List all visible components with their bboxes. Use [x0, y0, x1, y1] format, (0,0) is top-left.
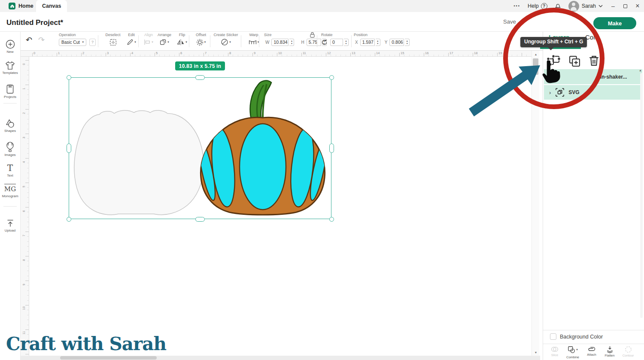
canvas-horizontal-scrollbar[interactable]	[21, 356, 540, 360]
combine-button[interactable]: ▾ Combine	[563, 346, 582, 359]
selection-handle-bottom-left[interactable]	[67, 217, 71, 222]
selection-bounding-box[interactable]	[69, 77, 331, 219]
y-stepper[interactable]: ▲▼	[405, 39, 410, 46]
sidebar-item-projects[interactable]: Projects	[0, 84, 20, 99]
offset-button[interactable]: ▾	[191, 38, 210, 46]
selection-handle-bottom-middle[interactable]	[195, 217, 205, 222]
ruler-number: 6	[22, 208, 26, 212]
tshirt-icon	[5, 61, 15, 70]
overflow-menu-icon[interactable]: •••	[513, 4, 520, 8]
sidebar-item-shapes[interactable]: Shapes	[0, 119, 20, 133]
sidebar-item-monogram[interactable]: MG Monogram	[0, 184, 20, 198]
ruler-number: 3	[107, 51, 109, 55]
arrange-layers-icon	[160, 39, 167, 46]
flatten-button[interactable]: Flatten	[600, 346, 619, 357]
redo-button[interactable]: ↷	[38, 36, 45, 44]
caret-down-icon: ▾	[576, 348, 578, 351]
arrange-button[interactable]: ▾	[155, 38, 173, 46]
caret-down-icon: ▾	[82, 40, 84, 44]
rotate-input[interactable]: 0	[330, 39, 343, 46]
canvas-tab[interactable]: Canvas	[36, 0, 67, 12]
warp-icon	[249, 39, 257, 45]
annotation-red-circle	[503, 8, 605, 109]
slice-button: Slice	[545, 346, 564, 357]
save-button[interactable]: Save	[503, 18, 516, 25]
user-name: Sarah	[582, 3, 596, 9]
selection-handle-right-middle[interactable]	[329, 143, 334, 153]
sidebar-item-templates[interactable]: Templates	[0, 61, 20, 75]
sidebar-item-upload[interactable]: Upload	[0, 219, 20, 232]
selection-handle-top-right[interactable]	[329, 75, 334, 80]
caret-down-icon: ▾	[185, 40, 187, 44]
horizontal-scroll-thumb[interactable]	[60, 356, 157, 360]
width-label: W	[265, 40, 269, 45]
minimize-button[interactable]: –	[610, 3, 616, 9]
rotate-stepper[interactable]: ▲▼	[344, 39, 349, 46]
y-input[interactable]: 0.806	[389, 39, 404, 46]
sidebar-label: New	[0, 50, 20, 54]
panel-scroll-up-arrow[interactable]: ▲	[639, 69, 642, 72]
make-button[interactable]: Make	[593, 17, 636, 29]
lock-icon[interactable]	[310, 32, 315, 38]
sidebar-item-text[interactable]: T Text	[0, 163, 20, 177]
deselect-icon	[109, 39, 117, 46]
action-label: Contour	[619, 354, 638, 357]
y-label: Y	[385, 40, 388, 45]
sidebar-label: Shapes	[0, 129, 20, 133]
selection-handle-top-middle[interactable]	[195, 75, 205, 80]
edit-button[interactable]: ▾	[123, 38, 140, 46]
help-label: Help	[528, 3, 539, 9]
sidebar-label: Text	[0, 174, 20, 177]
undo-button[interactable]: ↶	[26, 36, 32, 44]
ruler-number: 7	[205, 51, 207, 55]
attach-button[interactable]: Attach	[582, 346, 601, 357]
close-button[interactable]: ×	[635, 2, 641, 10]
sidebar-item-new[interactable]: New	[0, 40, 20, 54]
ruler-number: 7	[22, 232, 26, 237]
align-icon	[144, 39, 151, 45]
home-tab[interactable]: Home	[3, 0, 39, 12]
sidebar-item-images[interactable]: Images	[0, 142, 20, 157]
ungroup-tooltip: Ungroup Shift + Ctrl + G	[520, 37, 587, 47]
offset-label: Offset	[191, 33, 210, 37]
height-label: H	[301, 40, 304, 45]
ruler-number: 9	[22, 281, 26, 286]
selection-handle-top-left[interactable]	[67, 75, 71, 80]
offset-icon	[196, 39, 204, 46]
deselect-button[interactable]	[103, 38, 123, 46]
width-stepper[interactable]: ▲▼	[289, 39, 294, 46]
scroll-down-arrow[interactable]: ▼	[532, 349, 540, 356]
panel-scrollbar[interactable]	[640, 73, 643, 318]
upload-icon	[6, 219, 15, 228]
width-input[interactable]: 10.834	[271, 39, 289, 46]
account-menu[interactable]: Sarah	[568, 1, 603, 12]
background-color-checkbox[interactable]	[550, 333, 556, 340]
operation-help-button[interactable]: ?	[89, 39, 96, 46]
monogram-icon: MG	[4, 184, 16, 193]
ruler-number: 9	[254, 51, 255, 55]
selection-handle-left-middle[interactable]	[67, 143, 71, 153]
align-label: Align	[140, 33, 157, 37]
design-canvas[interactable]: 012345678910111213141516171819 012345678…	[21, 51, 540, 360]
height-input[interactable]: 5.75	[307, 39, 321, 46]
combine-icon	[568, 346, 575, 353]
maximize-button[interactable]	[623, 4, 627, 8]
ruler-number: 5	[156, 51, 158, 55]
sticker-pen-icon	[221, 38, 228, 46]
project-title: Untitled Project*	[6, 18, 63, 27]
flip-button[interactable]: ▾	[173, 38, 191, 46]
contour-icon	[625, 346, 632, 353]
home-icon	[9, 3, 15, 9]
warp-button[interactable]: ▾	[244, 38, 264, 46]
x-input[interactable]: 1.597	[360, 39, 375, 46]
create-sticker-button[interactable]: ▾	[212, 38, 240, 46]
shapes-icon	[5, 119, 15, 128]
x-label: X	[355, 40, 358, 45]
hot-air-balloon-icon	[6, 142, 14, 152]
selection-handle-bottom-right[interactable]	[329, 217, 334, 222]
rotate-icon[interactable]	[321, 39, 328, 46]
arrange-label: Arrange	[155, 33, 173, 37]
operation-select[interactable]: Basic Cut ▾	[59, 39, 86, 46]
ruler-number: 19	[498, 51, 502, 55]
x-stepper[interactable]: ▲▼	[376, 39, 380, 46]
